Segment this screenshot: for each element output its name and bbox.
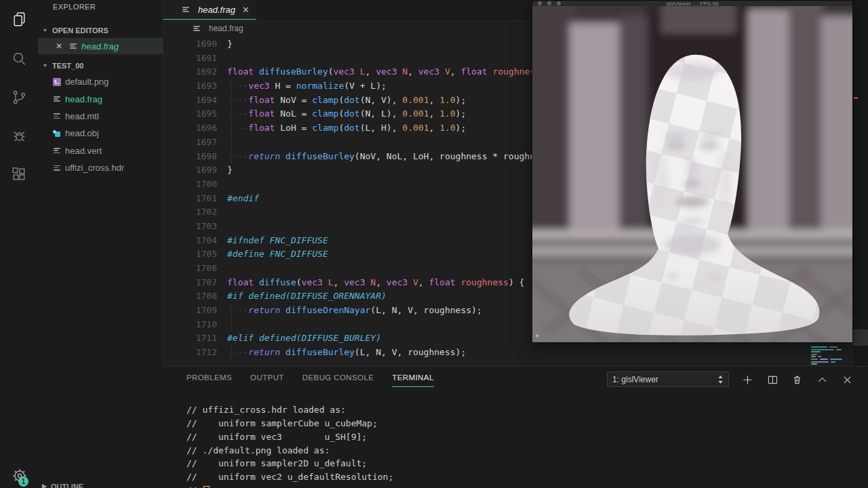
- terminal-line: // ./default.png loaded as:: [186, 444, 858, 458]
- minimap-row: [811, 349, 853, 350]
- terminal-line: // uniform vec3 u_SH[9];: [186, 430, 858, 444]
- code-text: #elif defined(DIFFUSE_BURLEY): [227, 331, 381, 346]
- code-text: float diffuse(vec3 L, vec3 N, vec3 V, fl…: [227, 276, 524, 290]
- extensions-icon[interactable]: [0, 158, 38, 190]
- explorer-sidebar: EXPLORER ▼ OPEN EDITORS ✕ head.frag ▼ TE…: [38, 0, 163, 488]
- split-terminal-icon[interactable]: [766, 373, 778, 386]
- text-file-icon: [53, 164, 61, 172]
- overview-ruler-error-mark: [854, 97, 858, 99]
- code-text: ····float NoV = clamp(dot(N, V), 0.001, …: [227, 94, 466, 108]
- code-text: }: [227, 37, 233, 52]
- file-name: head.frag: [65, 94, 102, 104]
- open-editor-item[interactable]: ✕ head.frag: [38, 38, 163, 54]
- terminal-cursor: [203, 486, 210, 488]
- line-number: 1702: [163, 205, 217, 220]
- file-name: head.obj: [65, 128, 99, 138]
- code-text: #define FNC_DIFFUSE: [227, 247, 328, 262]
- line-number: 1692: [163, 65, 217, 79]
- line-number: 1690: [163, 37, 217, 52]
- tab-head-frag[interactable]: head.frag ✕: [163, 0, 256, 20]
- maximize-panel-icon[interactable]: [816, 373, 828, 386]
- minimap-slider[interactable]: [853, 329, 868, 346]
- panel-tab-output[interactable]: OUTPUT: [250, 373, 284, 387]
- model-file-icon: [53, 129, 61, 138]
- window-title: glslViewer .... FPS-56: [532, 1, 852, 6]
- line-number: 1708: [163, 289, 217, 304]
- image-file-icon: [53, 78, 61, 86]
- line-number: 1691: [163, 52, 217, 66]
- file-name: uffizi_cross.hdr: [65, 163, 124, 173]
- line-number: 1695: [163, 107, 217, 121]
- line-number: 1696: [163, 121, 217, 136]
- terminal-line: // uniform sampler2D u_default;: [186, 457, 858, 470]
- glslviewer-window[interactable]: glslViewer .... FPS-56: [532, 0, 853, 343]
- panel-tab-problems[interactable]: PROBLEMS: [186, 373, 232, 387]
- file-name: default.png: [65, 77, 108, 87]
- line-number: 1706: [163, 262, 217, 276]
- terminal-output[interactable]: // uffizi_cross.hdr loaded as:// uniform…: [186, 403, 858, 488]
- glslviewer-titlebar[interactable]: glslViewer .... FPS-56: [532, 1, 852, 6]
- code-text: ····vec3 H = normalize(V + L);: [227, 79, 387, 94]
- debug-icon[interactable]: [0, 119, 38, 152]
- line-number: 1694: [163, 94, 217, 108]
- file-item-head.vert[interactable]: head.vert: [38, 142, 163, 159]
- code-text: float diffuseBurley(vec3 L, vec3 N, vec3…: [227, 65, 556, 79]
- file-item-head.obj[interactable]: head.obj: [38, 125, 163, 142]
- notification-badge[interactable]: 1: [18, 476, 28, 487]
- minimap-row: [811, 354, 853, 355]
- file-item-head.mtl[interactable]: head.mtl: [38, 108, 163, 125]
- close-icon[interactable]: ✕: [56, 41, 62, 51]
- minimap-strip[interactable]: [853, 0, 868, 366]
- head-3d-render: [532, 6, 852, 342]
- explorer-icon[interactable]: [0, 3, 38, 36]
- text-file-icon: [69, 42, 77, 50]
- terminal-line: //: [186, 484, 858, 488]
- line-number: 1709: [163, 304, 217, 318]
- code-text: #ifndef FNC_DIFFUSE: [227, 234, 328, 248]
- minimap[interactable]: [811, 346, 853, 367]
- text-file-icon: [53, 146, 61, 155]
- new-terminal-icon[interactable]: [741, 373, 753, 386]
- open-editors-header[interactable]: ▼ OPEN EDITORS: [38, 23, 163, 38]
- open-editor-filename: head.frag: [81, 41, 119, 52]
- code-line-1712[interactable]: 1712····return diffuseBurley(L, N, V, ro…: [163, 346, 868, 360]
- bottom-panel: PROBLEMSOUTPUTDEBUG CONSOLETERMINAL 1: g…: [163, 366, 868, 488]
- minimap-row: [811, 361, 853, 363]
- outline-header[interactable]: ▶ OUTLINE: [38, 483, 163, 488]
- text-file-icon: [53, 112, 61, 120]
- file-item-uffizi_cross.hdr[interactable]: uffizi_cross.hdr: [38, 159, 163, 176]
- close-panel-icon[interactable]: [841, 373, 853, 386]
- panel-tabs: PROBLEMSOUTPUTDEBUG CONSOLETERMINAL: [186, 373, 434, 387]
- kill-terminal-icon[interactable]: [791, 373, 803, 386]
- resize-handle-icon[interactable]: +: [535, 333, 539, 340]
- folder-header[interactable]: ▼ TEST_00: [38, 58, 163, 73]
- tab-close-icon[interactable]: ✕: [242, 5, 250, 15]
- minimap-row: [811, 346, 853, 348]
- text-file-icon: [182, 5, 190, 14]
- source-control-icon[interactable]: [0, 81, 38, 113]
- minimap-row: [811, 351, 853, 352]
- line-number: 1697: [163, 136, 217, 150]
- line-number: 1703: [163, 220, 217, 234]
- file-item-default.png[interactable]: default.png: [38, 73, 163, 90]
- glslviewer-canvas[interactable]: +: [532, 6, 852, 342]
- minimap-row: [811, 363, 853, 365]
- line-number: 1698: [163, 150, 217, 164]
- activity-bar: 1: [0, 0, 38, 488]
- select-arrows-icon: [717, 375, 724, 384]
- panel-tab-debug-console[interactable]: DEBUG CONSOLE: [302, 373, 374, 387]
- line-number: 1711: [163, 331, 217, 346]
- panel-tab-terminal[interactable]: TERMINAL: [392, 373, 433, 387]
- file-item-head.frag[interactable]: head.frag: [38, 90, 163, 107]
- search-icon[interactable]: [0, 42, 38, 75]
- line-number: 1704: [163, 234, 217, 248]
- line-number: 1693: [163, 79, 217, 94]
- text-file-icon: [53, 95, 61, 103]
- code-text: #if defined(DIFFUSE_ORENNAYAR): [227, 289, 387, 304]
- terminal-line: // uniform samplerCube u_cubeMap;: [186, 417, 858, 430]
- line-number: 1710: [163, 318, 217, 332]
- code-text: }: [227, 163, 233, 178]
- terminal-select[interactable]: 1: glslViewer: [607, 371, 729, 387]
- code-text: #endif: [227, 192, 259, 206]
- line-number: 1701: [163, 192, 217, 206]
